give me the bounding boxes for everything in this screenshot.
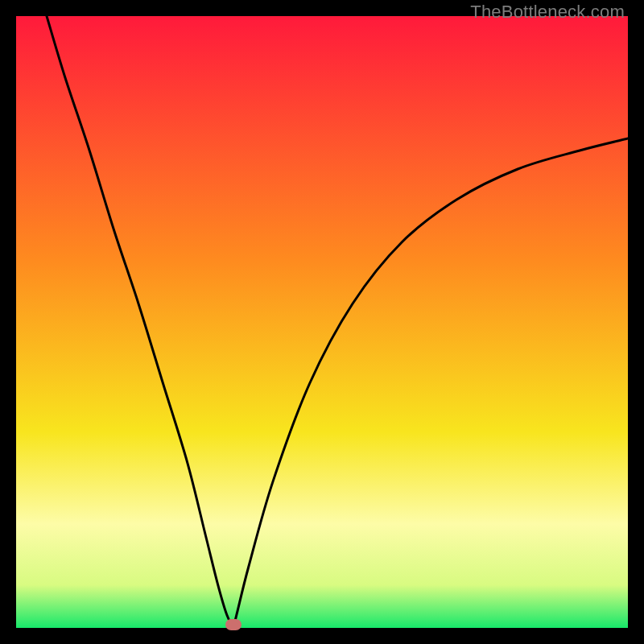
chart-plot bbox=[16, 16, 628, 628]
watermark-text: TheBottleneck.com bbox=[470, 2, 625, 23]
gradient-background bbox=[16, 16, 628, 628]
chart-frame bbox=[16, 16, 628, 628]
optimal-point-marker bbox=[225, 619, 242, 630]
